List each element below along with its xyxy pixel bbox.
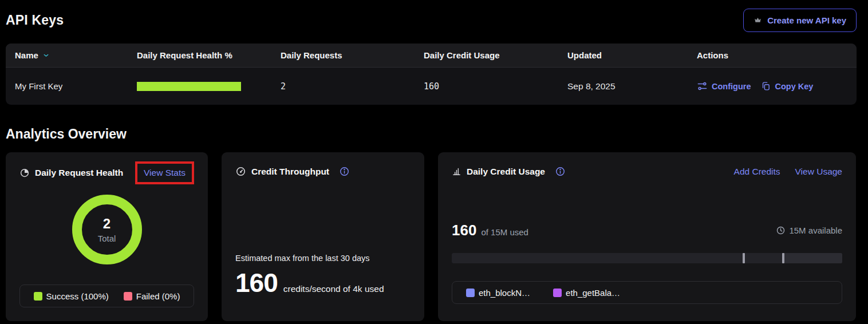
progress-marker-2 (782, 253, 784, 263)
table-row: My First Key 2 160 Sep 8, 2025 Configure (6, 68, 857, 105)
pie-chart-icon (19, 168, 30, 178)
legend-item-eth-blocknumber: eth_blockN… (466, 288, 530, 298)
eth-blocknumber-swatch (466, 289, 475, 297)
request-health-donut-wrap: 2 Total (19, 195, 194, 264)
table-header-row: Name Daily Request Health % Daily Reques… (6, 44, 857, 68)
credit-throughput-card: Credit Throughput Estimated max from the… (222, 152, 424, 321)
column-header-name[interactable]: Name (6, 50, 128, 60)
column-header-updated: Updated (558, 50, 688, 60)
eth-getbalance-swatch (553, 289, 562, 297)
legend-eth-blocknumber-label: eth_blockN… (479, 288, 530, 298)
request-health-donut-chart: 2 Total (72, 195, 142, 264)
daily-requests-value: 2 (271, 81, 415, 92)
credit-throughput-title: Credit Throughput (251, 167, 329, 177)
throughput-value-caption: credits/second of 4k used (283, 284, 384, 294)
daily-credit-usage-info-button[interactable] (555, 166, 566, 177)
progress-tail-segment (784, 253, 842, 263)
credit-usage-legend: eth_blockN… eth_getBala… (452, 281, 842, 304)
daily-credit-usage-value: 160 (415, 81, 558, 92)
credit-throughput-header: Credit Throughput (235, 166, 411, 177)
copy-icon (761, 81, 771, 91)
sort-chevron-down-icon[interactable] (42, 52, 50, 59)
credit-usage-progress-bar (452, 253, 842, 263)
throughput-subtitle: Estimated max from the last 30 days (235, 254, 411, 263)
credits-available-label: 15M available (789, 226, 842, 235)
legend-success-label: Success (100%) (46, 291, 109, 301)
success-swatch (34, 292, 42, 301)
column-header-name-label: Name (15, 50, 38, 60)
legend-item-eth-getbalance: eth_getBala… (553, 288, 620, 298)
view-usage-link[interactable]: View Usage (795, 167, 842, 177)
topbar: API Keys Create new API key (6, 7, 857, 33)
progress-marker-1 (743, 253, 745, 263)
throughput-value: 160 (235, 267, 278, 298)
analytics-cards: Daily Request Health View Stats 2 Total … (6, 152, 857, 321)
sliders-icon (697, 81, 708, 92)
bar-chart-icon (452, 167, 461, 176)
credits-available: 15M available (776, 226, 842, 235)
donut-total-label: Total (98, 234, 116, 243)
copy-key-button[interactable]: Copy Key (761, 81, 813, 91)
view-stats-link[interactable]: View Stats (144, 168, 186, 177)
click-highlight-annotation: View Stats (135, 161, 194, 184)
info-icon (555, 166, 566, 177)
health-bar (137, 82, 241, 91)
daily-request-health-title: Daily Request Health (35, 168, 123, 178)
usage-stats-row: 160 of 15M used 15M available (452, 222, 842, 239)
daily-request-health-header: Daily Request Health View Stats (19, 161, 194, 184)
column-header-daily-requests: Daily Requests (271, 50, 415, 60)
column-header-actions: Actions (688, 50, 857, 60)
dashboard-page: API Keys Create new API key Name Daily R… (0, 0, 868, 321)
donut-total-value: 2 (103, 216, 111, 232)
copy-key-label: Copy Key (775, 82, 813, 91)
updated-date: Sep 8, 2025 (558, 81, 688, 92)
page-title: API Keys (6, 13, 64, 28)
daily-credit-usage-title: Daily Credit Usage (467, 167, 545, 177)
throughput-value-row: 160 credits/second of 4k used (235, 267, 411, 298)
gauge-icon (235, 166, 246, 177)
actions-cell: Configure Copy Key (688, 81, 857, 92)
legend-item-success: Success (100%) (34, 291, 109, 301)
clock-icon (776, 226, 786, 235)
legend-eth-getbalance-label: eth_getBala… (566, 288, 620, 298)
credit-throughput-info-button[interactable] (339, 166, 350, 177)
crown-icon (753, 16, 762, 24)
create-api-key-label: Create new API key (767, 15, 846, 25)
legend-failed-label: Failed (0%) (136, 291, 180, 301)
api-keys-table: Name Daily Request Health % Daily Reques… (6, 44, 857, 105)
usage-header-links: Add Credits View Usage (734, 167, 842, 177)
analytics-overview-title: Analytics Overview (6, 127, 857, 142)
column-header-health: Daily Request Health % (128, 50, 271, 60)
column-header-daily-credit-usage: Daily Credit Usage (415, 50, 558, 60)
daily-credit-usage-card: Daily Credit Usage Add Credits View Usag… (438, 152, 856, 321)
failed-swatch (124, 292, 132, 301)
configure-button[interactable]: Configure (697, 81, 751, 92)
daily-credit-usage-header: Daily Credit Usage Add Credits View Usag… (452, 166, 842, 177)
credits-used-caption: of 15M used (481, 227, 528, 237)
legend-item-failed: Failed (0%) (124, 291, 180, 301)
request-health-legend: Success (100%) Failed (0%) (19, 285, 194, 307)
info-icon (339, 166, 350, 177)
add-credits-link[interactable]: Add Credits (734, 167, 780, 177)
credits-used-value: 160 (452, 222, 476, 239)
daily-request-health-card: Daily Request Health View Stats 2 Total … (6, 152, 208, 321)
api-key-name: My First Key (6, 81, 128, 91)
configure-label: Configure (712, 82, 751, 91)
health-bar-cell (128, 82, 271, 91)
create-api-key-button[interactable]: Create new API key (743, 9, 857, 32)
